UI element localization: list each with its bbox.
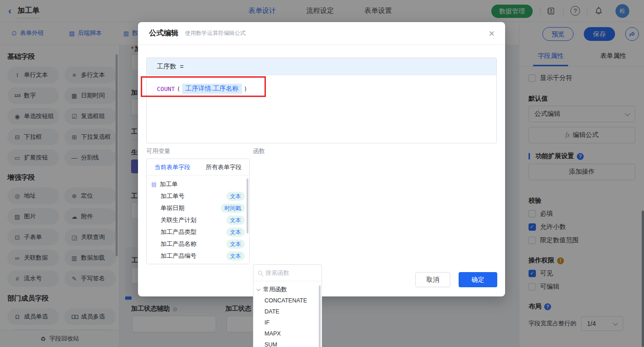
function-item[interactable]: MAPX (253, 328, 322, 339)
variables-tabs: 当前表单字段 所有表单字段 (147, 159, 249, 176)
type-badge: 文本 (226, 192, 245, 201)
search-icon (258, 271, 262, 275)
target-field-name: 工序数 (157, 63, 176, 71)
variable-name: 单据日期 (161, 204, 184, 212)
function-item[interactable]: DATE (253, 306, 322, 317)
form-name: 加工单 (160, 180, 178, 188)
formula-expression[interactable]: COUNT ( 工序详情.工序名称 ) (157, 84, 247, 94)
close-icon[interactable]: ✕ (489, 29, 495, 39)
function-name: COUNT (157, 85, 175, 92)
type-badge: 文本 (226, 251, 245, 261)
variable-name: 加工产品编号 (161, 252, 196, 260)
chevron-down-icon (257, 287, 260, 290)
variable-item[interactable]: 单据日期时间戳 (147, 202, 249, 214)
group-name: 常用函数 (263, 285, 287, 294)
modal-footer: 取消 确定 (415, 272, 497, 287)
variables-section-label: 可用变量 (146, 147, 170, 155)
open-paren: ( (177, 85, 180, 92)
function-item[interactable]: SUM (253, 339, 322, 347)
tab-all-form-fields[interactable]: 所有表单字段 (198, 159, 250, 175)
field-token[interactable]: 工序详情.工序名称 (182, 84, 242, 94)
type-badge: 文本 (226, 216, 245, 225)
modal-subtitle: 使用数学运算符编辑公式 (185, 29, 246, 37)
modal-header: 公式编辑 使用数学运算符编辑公式 ✕ (138, 22, 505, 45)
close-paren: ) (244, 85, 247, 92)
variables-panel: 当前表单字段 所有表单字段 ▤ 加工单 加工单号文本 单据日期时间戳 关联生产计… (146, 159, 250, 264)
search-input[interactable] (265, 269, 311, 276)
variable-item[interactable]: 加工产品类型文本 (147, 226, 249, 238)
formula-target-bar: 工序数 = (147, 58, 496, 75)
modal-title: 公式编辑 (149, 28, 178, 38)
variable-name: 加工产品类型 (161, 228, 196, 236)
functions-section-label: 函数 (253, 147, 265, 155)
variable-name: 关联生产计划 (161, 216, 196, 224)
formula-editor-modal: 公式编辑 使用数学运算符编辑公式 ✕ 工序数 = COUNT ( 工序详情.工序… (138, 22, 505, 296)
function-item[interactable]: IF (253, 317, 322, 328)
variable-item[interactable]: 加工产品名称文本 (147, 238, 249, 250)
variable-name: 加工单号 (161, 192, 184, 200)
function-item[interactable]: CONCATENATE (253, 295, 322, 306)
variables-scrollbar[interactable] (247, 178, 248, 233)
form-doc-icon: ▤ (151, 181, 156, 188)
functions-scrollbar[interactable] (319, 285, 321, 347)
type-badge: 时间戳 (221, 204, 245, 213)
equals-sign: = (180, 63, 184, 70)
variable-item[interactable]: 加工单号文本 (147, 190, 249, 202)
confirm-button[interactable]: 确定 (459, 272, 497, 287)
variables-root-row[interactable]: ▤ 加工单 (147, 178, 249, 190)
variable-name: 加工产品名称 (161, 240, 196, 248)
type-badge: 文本 (226, 228, 245, 237)
variable-item[interactable]: 关联生产计划文本 (147, 214, 249, 226)
function-search (253, 265, 322, 281)
tab-current-form-fields[interactable]: 当前表单字段 (147, 159, 198, 175)
functions-panel: 常用函数 CONCATENATE DATE IF MAPX SUM 数学函数 文… (253, 264, 322, 347)
function-group-common[interactable]: 常用函数 (253, 284, 322, 295)
type-badge: 文本 (226, 239, 245, 249)
cancel-button[interactable]: 取消 (415, 272, 450, 287)
variable-item[interactable]: 加工产品编号文本 (147, 250, 249, 262)
formula-editor[interactable]: 工序数 = COUNT ( 工序详情.工序名称 ) (146, 57, 497, 143)
